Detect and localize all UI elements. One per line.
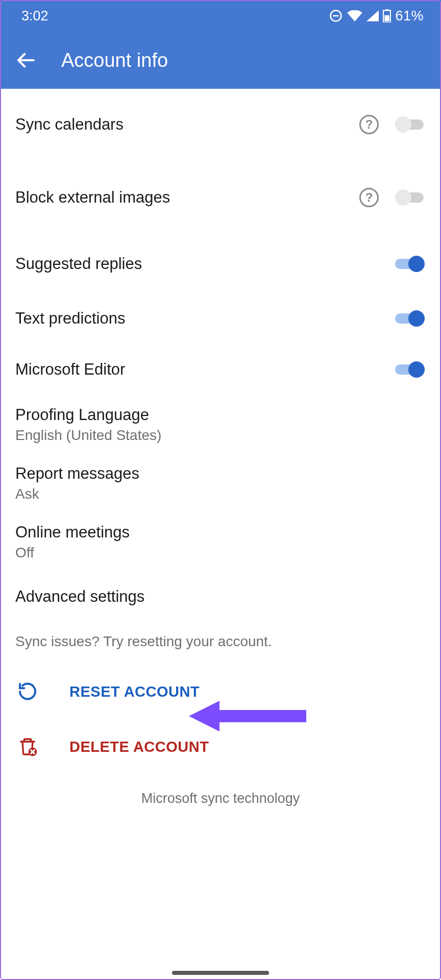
row-proofing-language[interactable]: Proofing Language English (United States… — [15, 395, 426, 454]
sync-hint: Sync issues? Try resetting your account. — [15, 622, 426, 664]
toggle-microsoft-editor[interactable] — [393, 359, 426, 380]
status-bar: 3:02 61% — [0, 0, 441, 32]
value-online-meetings: Off — [15, 545, 130, 561]
value-report-messages: Ask — [15, 486, 139, 502]
battery-icon — [383, 9, 391, 22]
row-block-external-images[interactable]: Block external images ? — [15, 160, 426, 234]
label-online-meetings: Online meetings — [15, 523, 130, 542]
status-time: 3:02 — [21, 8, 48, 24]
row-advanced-settings[interactable]: Advanced settings — [15, 571, 426, 622]
toggle-suggested-replies[interactable] — [393, 254, 426, 274]
delete-account-button[interactable]: DELETE ACCOUNT — [15, 719, 426, 774]
label-advanced-settings: Advanced settings — [15, 587, 144, 606]
status-right: 61% — [329, 8, 424, 24]
reset-icon — [17, 681, 38, 702]
toggle-text-predictions[interactable] — [393, 308, 426, 329]
label-suggested-replies: Suggested replies — [15, 255, 142, 273]
row-text-predictions[interactable]: Text predictions — [15, 293, 426, 344]
app-bar: Account info — [0, 32, 441, 89]
label-microsoft-editor: Microsoft Editor — [15, 360, 125, 379]
trash-icon — [17, 737, 38, 757]
label-proofing-language: Proofing Language — [15, 406, 161, 424]
label-text-predictions: Text predictions — [15, 309, 125, 328]
help-icon[interactable]: ? — [359, 188, 379, 207]
reset-account-button[interactable]: RESET ACCOUNT — [15, 664, 426, 719]
reset-account-label: RESET ACCOUNT — [69, 683, 200, 700]
label-sync-calendars: Sync calendars — [15, 115, 124, 134]
row-online-meetings[interactable]: Online meetings Off — [15, 512, 426, 571]
toggle-block-external-images[interactable] — [393, 187, 426, 208]
delete-account-label: DELETE ACCOUNT — [69, 739, 209, 755]
row-report-messages[interactable]: Report messages Ask — [15, 454, 426, 512]
battery-percent: 61% — [395, 8, 424, 24]
row-microsoft-editor[interactable]: Microsoft Editor — [15, 344, 426, 395]
label-report-messages: Report messages — [15, 464, 139, 483]
row-suggested-replies[interactable]: Suggested replies — [15, 234, 426, 293]
wifi-icon — [347, 10, 362, 21]
footer-text: Microsoft sync technology — [15, 774, 426, 817]
back-button[interactable] — [14, 49, 37, 71]
svg-rect-4 — [385, 15, 389, 21]
dnd-icon — [329, 9, 343, 23]
value-proofing-language: English (United States) — [15, 427, 161, 444]
page-title: Account info — [61, 50, 168, 71]
label-block-external-images: Block external images — [15, 188, 170, 207]
help-icon[interactable]: ? — [359, 115, 379, 134]
row-sync-calendars[interactable]: Sync calendars ? — [15, 89, 426, 160]
nav-handle[interactable] — [172, 971, 269, 975]
toggle-sync-calendars[interactable] — [393, 114, 426, 135]
signal-icon — [366, 10, 379, 21]
